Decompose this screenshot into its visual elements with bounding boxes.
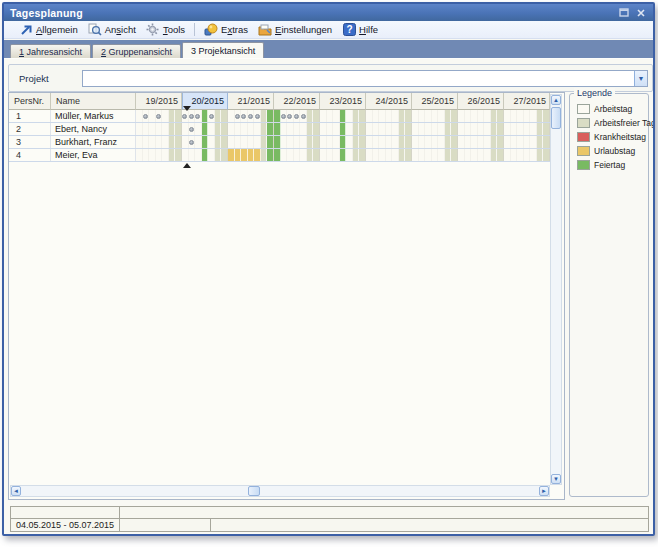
day-cell-work[interactable] — [149, 110, 156, 122]
day-cell-work[interactable] — [294, 149, 301, 161]
day-cell-work[interactable] — [438, 110, 445, 122]
week-header-21-2015[interactable]: 21/2015 — [228, 93, 274, 110]
day-cell-holiday[interactable] — [340, 123, 347, 135]
day-cell-work[interactable] — [366, 110, 373, 122]
day-cell-work[interactable] — [425, 110, 432, 122]
day-cell-work[interactable] — [333, 136, 340, 148]
day-cell-holiday[interactable] — [274, 123, 281, 135]
day-cell-free[interactable] — [537, 123, 544, 135]
day-cell-free[interactable] — [497, 136, 503, 148]
day-cell-free[interactable] — [543, 110, 549, 122]
menu-item-tools[interactable]: Tools — [141, 22, 190, 37]
day-cell-work[interactable] — [517, 110, 524, 122]
day-cell-free[interactable] — [313, 149, 319, 161]
maximize-button[interactable] — [618, 7, 630, 18]
day-cell-work[interactable] — [530, 123, 537, 135]
day-cell-work[interactable] — [478, 110, 485, 122]
day-cell-free[interactable] — [313, 123, 319, 135]
day-cell-free[interactable] — [215, 110, 222, 122]
day-cell-work[interactable] — [471, 110, 478, 122]
day-cell-free[interactable] — [451, 136, 457, 148]
day-cell-work[interactable] — [484, 136, 491, 148]
day-cell-free[interactable] — [221, 123, 227, 135]
day-cell-work[interactable] — [392, 136, 399, 148]
day-cell-work[interactable] — [412, 123, 419, 135]
day-cell-work[interactable] — [254, 110, 261, 122]
day-cell-free[interactable] — [215, 123, 222, 135]
day-cell-work[interactable] — [195, 123, 202, 135]
day-cell-free[interactable] — [359, 110, 365, 122]
day-cell-work[interactable] — [149, 149, 156, 161]
day-cell-free[interactable] — [445, 123, 452, 135]
day-cell-work[interactable] — [524, 123, 531, 135]
day-cell-work[interactable] — [438, 136, 445, 148]
day-cell-work[interactable] — [425, 149, 432, 161]
day-cell-holiday[interactable] — [274, 110, 281, 122]
day-cell-work[interactable] — [143, 123, 150, 135]
menu-item-ansicht[interactable]: Ansicht — [83, 22, 141, 37]
day-cell-free[interactable] — [307, 110, 314, 122]
day-cell-work[interactable] — [471, 123, 478, 135]
day-cell-free[interactable] — [445, 149, 452, 161]
day-cell-holiday[interactable] — [267, 149, 273, 161]
day-cell-free[interactable] — [353, 136, 360, 148]
day-cell-work[interactable] — [162, 136, 169, 148]
table-row[interactable]: 1Müller, Markus — [9, 110, 550, 123]
day-cell-work[interactable] — [248, 110, 255, 122]
day-cell-work[interactable] — [425, 136, 432, 148]
day-cell-free[interactable] — [405, 123, 411, 135]
day-cell-work[interactable] — [511, 123, 518, 135]
day-cell-vacation[interactable] — [235, 149, 242, 161]
day-cell-free[interactable] — [353, 149, 360, 161]
week-header-23-2015[interactable]: 23/2015 — [320, 93, 366, 110]
day-cell-free[interactable] — [353, 110, 360, 122]
project-dropdown-button[interactable]: ▼ — [634, 71, 647, 86]
tab-gruppenansicht[interactable]: 2 Gruppenansicht — [92, 44, 181, 58]
day-cell-work[interactable] — [366, 149, 373, 161]
day-cell-work[interactable] — [346, 123, 353, 135]
table-row[interactable]: 4Meier, Eva — [9, 149, 550, 162]
day-cell-free[interactable] — [543, 149, 549, 161]
day-cell-free[interactable] — [405, 110, 411, 122]
day-cell-free[interactable] — [445, 110, 452, 122]
day-cell-work[interactable] — [386, 149, 393, 161]
titlebar[interactable]: Tagesplanung — [4, 4, 653, 21]
day-cell-free[interactable] — [399, 136, 406, 148]
week-header-19-2015[interactable]: 19/2015 — [136, 93, 182, 110]
project-combobox[interactable]: ▼ — [82, 70, 648, 87]
day-cell-work[interactable] — [156, 136, 163, 148]
day-cell-free[interactable] — [221, 149, 227, 161]
day-cell-free[interactable] — [497, 149, 503, 161]
day-cell-work[interactable] — [478, 123, 485, 135]
day-cell-work[interactable] — [484, 123, 491, 135]
vertical-scrollbar[interactable]: ▲ ▼ — [550, 94, 562, 485]
scroll-left-button[interactable]: ◄ — [11, 486, 21, 496]
day-cell-free[interactable] — [491, 149, 498, 161]
day-cell-work[interactable] — [524, 110, 531, 122]
day-cell-work[interactable] — [432, 136, 439, 148]
day-cell-free[interactable] — [451, 123, 457, 135]
day-cell-work[interactable] — [379, 123, 386, 135]
day-cell-holiday[interactable] — [267, 123, 273, 135]
day-cell-work[interactable] — [327, 136, 334, 148]
day-cell-work[interactable] — [241, 110, 248, 122]
day-cell-work[interactable] — [136, 136, 143, 148]
day-cell-work[interactable] — [182, 149, 189, 161]
day-cell-vacation[interactable] — [241, 149, 248, 161]
day-cell-work[interactable] — [228, 110, 235, 122]
day-cell-work[interactable] — [517, 149, 524, 161]
day-cell-free[interactable] — [307, 123, 314, 135]
day-cell-work[interactable] — [458, 136, 465, 148]
day-cell-work[interactable] — [228, 123, 235, 135]
day-cell-work[interactable] — [327, 149, 334, 161]
day-cell-vacation[interactable] — [228, 149, 235, 161]
day-cell-work[interactable] — [392, 110, 399, 122]
menu-item-allgemein[interactable]: Allgemein — [14, 22, 83, 37]
day-cell-free[interactable] — [169, 136, 176, 148]
day-cell-work[interactable] — [504, 110, 511, 122]
day-cell-work[interactable] — [320, 110, 327, 122]
day-cell-work[interactable] — [143, 149, 150, 161]
day-cell-work[interactable] — [379, 149, 386, 161]
day-cell-free[interactable] — [359, 149, 365, 161]
day-cell-free[interactable] — [537, 110, 544, 122]
